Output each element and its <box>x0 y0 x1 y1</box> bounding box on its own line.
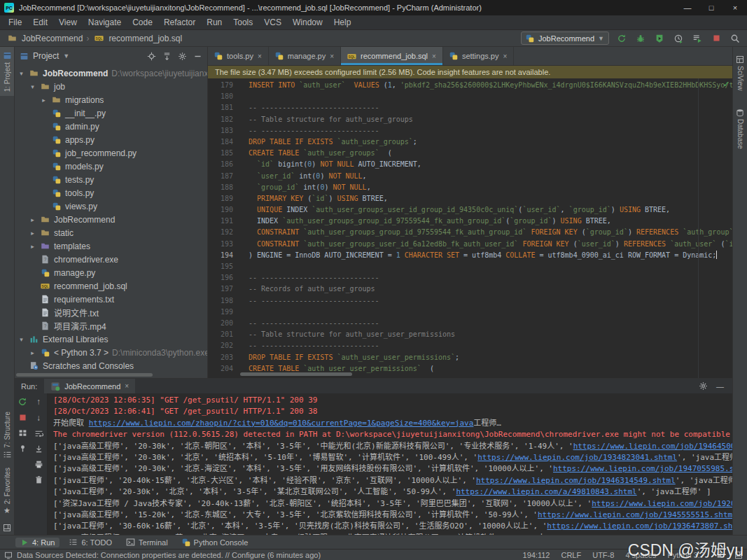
code-line-199[interactable]: 199 <box>208 307 732 318</box>
stripe-sciview-button[interactable]: SciView <box>733 51 747 94</box>
expanded-arrow-icon[interactable]: ▾ <box>18 336 25 343</box>
tree-item-migrations[interactable]: ▸migrations <box>15 93 207 106</box>
gear-icon[interactable] <box>178 52 187 61</box>
console-link[interactable]: https://www.liepin.com/job/1946450041.sh… <box>573 442 732 451</box>
tree-item-templates[interactable]: ▸templates <box>15 239 207 253</box>
menu-window[interactable]: Window <box>287 16 328 29</box>
editor-horizontal-scrollbar[interactable] <box>240 372 352 376</box>
chevron-down-icon[interactable]: ▼ <box>63 52 69 59</box>
code-line-201[interactable]: 201-- Table structure for auth_user_user… <box>208 329 732 340</box>
inspections-ok-icon[interactable]: ✓ <box>723 80 729 89</box>
tree-item-external-libraries[interactable]: ▾External Libraries <box>15 332 207 346</box>
code-line-182[interactable]: 182-- Table structure for auth_user_grou… <box>208 114 732 125</box>
code-line-202[interactable]: 202-- ---------------------------- <box>208 340 732 351</box>
tree-item-__init__.py[interactable]: __init__.py <box>15 106 207 120</box>
run-configuration-select[interactable]: JobRecommend ▼ <box>521 31 609 45</box>
menu-view[interactable]: View <box>53 16 83 29</box>
tree-item-job[interactable]: ▾job <box>15 80 207 93</box>
status-widget-crlf[interactable]: CRLF <box>561 551 581 559</box>
code-line-190[interactable]: 190 UNIQUE INDEX `auth_user_groups_user_… <box>208 204 732 216</box>
code-line-191[interactable]: 191 INDEX `auth_user_groups_group_id_975… <box>208 216 732 227</box>
code-line-203[interactable]: 203DROP TABLE IF EXISTS `auth_user_user_… <box>208 352 732 363</box>
menu-edit[interactable]: Edit <box>27 16 53 29</box>
code-line-200[interactable]: 200-- ---------------------------- <box>208 318 732 329</box>
close-icon[interactable]: × <box>330 52 334 60</box>
tree-item--.txt[interactable]: 说明文件.txt <box>15 306 207 319</box>
menu-file[interactable]: File <box>3 16 27 29</box>
code-line-186[interactable]: 186 `id` bigint(0) NOT NULL AUTO_INCREME… <box>208 159 732 170</box>
stripe-structure-button[interactable]: 7: Structure <box>0 407 14 463</box>
code-line-189[interactable]: 189 PRIMARY KEY (`id`) USING BTREE, <box>208 193 732 204</box>
locate-file-icon[interactable] <box>147 52 156 61</box>
stop-button[interactable] <box>710 32 722 45</box>
minimize-button[interactable]: — <box>676 0 699 15</box>
clear-all-icon[interactable] <box>34 475 43 484</box>
hide-panel-icon[interactable] <box>193 52 202 61</box>
code-line-195[interactable]: 195 <box>208 261 732 272</box>
down-stack-trace-icon[interactable]: ↓ <box>36 413 41 423</box>
profiler-button[interactable] <box>672 32 685 45</box>
project-panel-title[interactable]: Project <box>33 51 59 61</box>
expanded-arrow-icon[interactable]: ▾ <box>29 83 36 90</box>
code-line-184[interactable]: 184DROP TABLE IF EXISTS `auth_user_group… <box>208 136 732 148</box>
code-line-196[interactable]: 196-- ---------------------------- <box>208 272 732 284</box>
toolwindow-button-python-console[interactable]: Python Console <box>177 538 253 547</box>
project-horizontal-scrollbar[interactable] <box>16 373 153 377</box>
print-icon[interactable] <box>34 460 43 469</box>
code-line-187[interactable]: 187 `user_id` int(0) NOT NULL, <box>208 171 732 182</box>
rerun-icon[interactable] <box>18 397 27 407</box>
breadcrumb-file[interactable]: recommend_job.sql <box>109 34 182 43</box>
console-link[interactable]: https://www.liepin.com/job/1934823041.sh… <box>477 453 677 462</box>
tree-item-requirements.txt[interactable]: requirements.txt <box>15 293 207 306</box>
tab-tools.py[interactable]: tools.py× <box>208 47 269 65</box>
tree-item-manage.py[interactable]: manage.py <box>15 266 207 279</box>
menu-vcs[interactable]: VCS <box>258 16 287 29</box>
tree-item-tools.py[interactable]: tools.py <box>15 186 207 200</box>
code-line-193[interactable]: 193 CONSTRAINT `auth_user_groups_user_id… <box>208 239 732 250</box>
console-link[interactable]: https://www.liepin.com/a/49810843.shtml <box>456 487 636 496</box>
tree-item--python-3.7-[interactable]: ▸< Python 3.7 > D:\miniconda3\python.exe <box>15 346 207 359</box>
tool-windows-button[interactable] <box>0 519 14 535</box>
menu-tools[interactable]: Tools <box>228 16 258 29</box>
console-link[interactable]: https://www.liepin.com/job/1947055985.sh… <box>553 464 732 473</box>
collapsed-arrow-icon[interactable]: ▸ <box>29 216 36 223</box>
tree-item-apps.py[interactable]: apps.py <box>15 133 207 146</box>
run-console-output[interactable]: [28/Oct/2023 12:06:35] "GET /get_psutil/… <box>48 393 732 539</box>
tree-item-views.py[interactable]: views.py <box>15 200 207 213</box>
search-everywhere-icon[interactable] <box>729 32 741 45</box>
collapsed-arrow-icon[interactable]: ▸ <box>40 97 48 104</box>
tab-recommend_job.sql[interactable]: SQLrecommend_job.sql× <box>341 47 443 65</box>
tree-item-jobrecommend[interactable]: ▾JobRecommend D:\workspace\jiuyetuijianx… <box>15 66 207 80</box>
code-line-188[interactable]: 188 `group_id` int(0) NOT NULL, <box>208 182 732 193</box>
tree-item-tests.py[interactable]: tests.py <box>15 173 207 186</box>
code-line-194[interactable]: 194) ENGINE = InnoDB AUTO_INCREMENT = 1 … <box>208 250 732 261</box>
collapsed-arrow-icon[interactable]: ▸ <box>29 230 36 237</box>
stripe-favorites-button[interactable]: 2: Favorites ★ <box>0 463 14 519</box>
tree-item-jobrecommend[interactable]: ▸JobRecommend <box>15 213 207 226</box>
run-with-options-button[interactable] <box>691 32 704 45</box>
event-log-icon[interactable] <box>4 551 13 559</box>
expanded-arrow-icon[interactable]: ▾ <box>18 70 25 77</box>
maximize-button[interactable]: □ <box>699 0 723 15</box>
toolwindow-button-4-run[interactable]: 4: Run <box>15 538 60 547</box>
coverage-button[interactable] <box>653 32 666 45</box>
code-line-185[interactable]: 185CREATE TABLE `auth_user_groups` ( <box>208 148 732 159</box>
close-icon[interactable]: × <box>432 52 436 60</box>
collapsed-arrow-icon[interactable]: ▸ <box>29 243 36 250</box>
tree-item--.mp4[interactable]: ?项目演示.mp4 <box>15 319 207 332</box>
debug-button[interactable] <box>634 32 647 45</box>
code-line-192[interactable]: 192 CONSTRAINT `auth_user_groups_group_i… <box>208 227 732 238</box>
tree-item-admin.py[interactable]: admin.py <box>15 120 207 133</box>
breadcrumb-project[interactable]: JobRecommend <box>22 34 83 43</box>
minimize-panel-icon[interactable]: — <box>716 382 724 391</box>
console-link[interactable]: https://www.liepin.com/job/1945555515.sh… <box>538 510 732 519</box>
run-tab[interactable]: JobRecommend × <box>44 379 135 393</box>
gear-icon[interactable] <box>699 382 708 391</box>
console-link[interactable]: https://www.liepin.com/job/1946314549.sh… <box>476 476 676 485</box>
status-widget-194-112[interactable]: 194:112 <box>523 551 550 559</box>
soft-wrap-icon[interactable] <box>34 429 43 438</box>
code-line-197[interactable]: 197-- Records of auth_user_groups <box>208 284 732 295</box>
tab-manage.py[interactable]: manage.py× <box>269 47 341 65</box>
collapse-all-icon[interactable] <box>162 52 172 61</box>
tree-item-scratches-and-consoles[interactable]: Scratches and Consoles <box>15 359 207 372</box>
